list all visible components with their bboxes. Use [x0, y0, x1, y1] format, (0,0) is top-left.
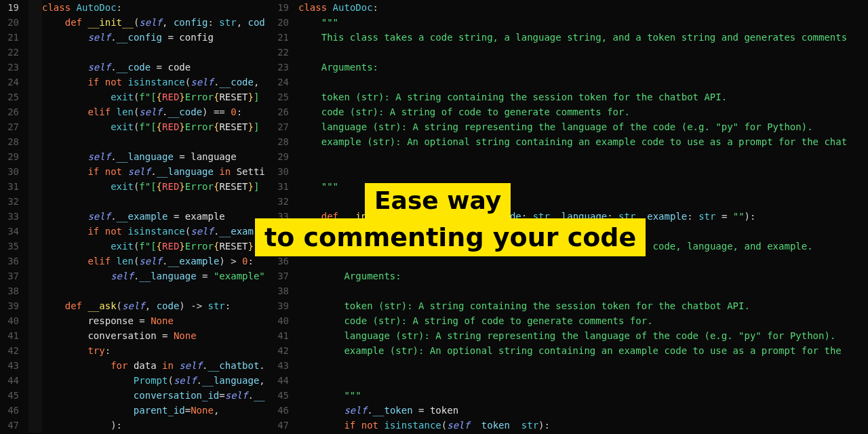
code-content[interactable] [298, 164, 868, 179]
code-line[interactable]: 41 conversation = None [0, 328, 270, 343]
code-content[interactable]: """ [298, 15, 868, 30]
code-line[interactable]: 42 example (str): An optional string con… [270, 343, 868, 358]
code-line[interactable]: 24 [270, 75, 868, 90]
code-line[interactable]: 19class AutoDoc: [270, 0, 868, 15]
code-line[interactable]: 46 self.__token = token [270, 403, 868, 418]
code-content[interactable]: if not isinstance(self.__exam [42, 224, 270, 239]
code-content[interactable]: self.__code = code [42, 60, 270, 75]
code-content[interactable]: def __init__(self, config: str, cod [42, 15, 270, 30]
code-content[interactable] [298, 283, 868, 298]
code-content[interactable]: self.__token = token [298, 403, 868, 418]
code-line[interactable]: 27 language (str): A string representing… [270, 119, 868, 134]
code-content[interactable]: elif len(self.__example) > 0: [42, 254, 270, 269]
code-content[interactable]: parent_id=None, [42, 403, 270, 418]
code-line[interactable]: 43 for data in self.__chatbot. [0, 358, 270, 373]
code-content[interactable]: conversation = None [42, 328, 270, 343]
code-line[interactable]: 31 exit(f"[{RED}Error{RESET}] [0, 179, 270, 194]
code-content[interactable]: for data in self.__chatbot. [42, 358, 270, 373]
code-line[interactable]: 27 exit(f"[{RED}Error{RESET}] [0, 119, 270, 134]
code-content[interactable]: class AutoDoc: [298, 0, 868, 15]
code-line[interactable]: 37 Arguments: [270, 269, 868, 283]
code-content[interactable]: Prompt(self.__language, [42, 373, 270, 388]
code-line[interactable]: 46 parent_id=None, [0, 403, 270, 418]
code-line[interactable]: 28 example (str): An optional string con… [270, 134, 868, 149]
code-line[interactable]: 23 self.__code = code [0, 60, 270, 75]
code-line[interactable]: 39 token (str): A string containing the … [270, 298, 868, 313]
code-content[interactable]: code (str): A string of code to generate… [298, 313, 868, 328]
code-content[interactable]: token (str): A string containing the ses… [298, 90, 868, 104]
code-content[interactable]: ): [42, 418, 270, 433]
code-line[interactable]: 47 ): [0, 418, 270, 433]
code-content[interactable]: if not self.__language in Setti [42, 164, 270, 179]
code-line[interactable]: 30 if not self.__language in Setti [0, 164, 270, 179]
code-content[interactable]: self.__config = config [42, 30, 270, 45]
code-line[interactable]: 36 elif len(self.__example) > 0: [0, 254, 270, 269]
code-content[interactable] [298, 75, 868, 90]
code-line[interactable]: 42 try: [0, 343, 270, 358]
code-content[interactable]: exit(f"[{RED}Error{RESET}] [42, 239, 270, 254]
code-line[interactable]: 29 [270, 149, 868, 164]
code-content[interactable]: self.__language = language [42, 149, 270, 164]
code-content[interactable] [298, 358, 868, 373]
code-content[interactable]: response = None [42, 313, 270, 328]
code-line[interactable]: 34 if not isinstance(self.__exam [0, 224, 270, 239]
code-line[interactable]: 22 [270, 45, 868, 60]
code-content[interactable] [42, 194, 270, 209]
code-content[interactable] [298, 45, 868, 60]
code-line[interactable]: 40 response = None [0, 313, 270, 328]
code-line[interactable]: 20 def __init__(self, config: str, cod [0, 15, 270, 30]
code-line[interactable]: 31 """ [270, 179, 868, 194]
code-line[interactable]: 32 [0, 194, 270, 209]
code-content[interactable]: exit(f"[{RED}Error{RESET}] [42, 119, 270, 134]
code-content[interactable]: self.__language = "example" [42, 269, 270, 283]
code-line[interactable]: 26 code (str): A string of code to gener… [270, 104, 868, 119]
code-content[interactable]: def __ask(self, code) -> str: [42, 298, 270, 313]
code-line[interactable]: 37 self.__language = "example" [0, 269, 270, 283]
code-line[interactable]: 44 [270, 373, 868, 388]
code-content[interactable]: if not isinstance(self.__code, [42, 75, 270, 90]
code-content[interactable]: example (str): An optional string contai… [298, 343, 868, 358]
code-content[interactable]: Arguments: [298, 269, 868, 283]
right-editor-pane[interactable]: 19class AutoDoc:20 """21 This class take… [270, 0, 868, 434]
code-content[interactable]: language (str): A string representing th… [298, 119, 868, 134]
code-line[interactable]: 20 """ [270, 15, 868, 30]
code-line[interactable]: 32 [270, 194, 868, 209]
code-content[interactable] [42, 134, 270, 149]
code-line[interactable]: 45 conversation_id=self.__ [0, 388, 270, 403]
code-line[interactable]: 38 [0, 283, 270, 298]
code-content[interactable]: elif len(self.__code) == 0: [42, 104, 270, 119]
code-line[interactable]: 38 [270, 283, 868, 298]
left-editor-pane[interactable]: 19class AutoDoc:20 def __init__(self, co… [0, 0, 270, 434]
code-line[interactable]: 24 if not isinstance(self.__code, [0, 75, 270, 90]
code-line[interactable]: 43 [270, 358, 868, 373]
code-line[interactable]: 41 language (str): A string representing… [270, 328, 868, 343]
code-line[interactable]: 30 [270, 164, 868, 179]
code-line[interactable]: 21 self.__config = config [0, 30, 270, 45]
code-line[interactable]: 44 Prompt(self.__language, [0, 373, 270, 388]
code-line[interactable]: 35 exit(f"[{RED}Error{RESET}] [0, 239, 270, 254]
code-content[interactable]: conversation_id=self.__ [42, 388, 270, 403]
code-content[interactable] [298, 149, 868, 164]
code-content[interactable] [42, 283, 270, 298]
code-line[interactable]: 26 elif len(self.__code) == 0: [0, 104, 270, 119]
code-line[interactable]: 45 """ [270, 388, 868, 403]
code-line[interactable]: 29 self.__language = language [0, 149, 270, 164]
code-content[interactable] [298, 373, 868, 388]
code-content[interactable]: self.__example = example [42, 209, 270, 224]
code-line[interactable]: 39 def __ask(self, code) -> str: [0, 298, 270, 313]
code-content[interactable]: exit(f"[{RED}Error{RESET}] [42, 90, 270, 104]
code-line[interactable]: 28 [0, 134, 270, 149]
code-content[interactable]: language (str): A string representing th… [298, 328, 868, 343]
code-line[interactable]: 25 token (str): A string containing the … [270, 90, 868, 104]
code-content[interactable]: """ [298, 388, 868, 403]
code-content[interactable]: try: [42, 343, 270, 358]
code-content[interactable]: This class takes a code string, a langua… [298, 30, 868, 45]
code-line[interactable]: 19class AutoDoc: [0, 0, 270, 15]
code-content[interactable]: exit(f"[{RED}Error{RESET}] [42, 179, 270, 194]
code-line[interactable]: 40 code (str): A string of code to gener… [270, 313, 868, 328]
code-content[interactable]: example (str): An optional string contai… [298, 134, 868, 149]
code-content[interactable]: code (str): A string of code to generate… [298, 104, 868, 119]
code-line[interactable]: 25 exit(f"[{RED}Error{RESET}] [0, 90, 270, 104]
code-line[interactable]: 23 Arguments: [270, 60, 868, 75]
code-line[interactable]: 21 This class takes a code string, a lan… [270, 30, 868, 45]
